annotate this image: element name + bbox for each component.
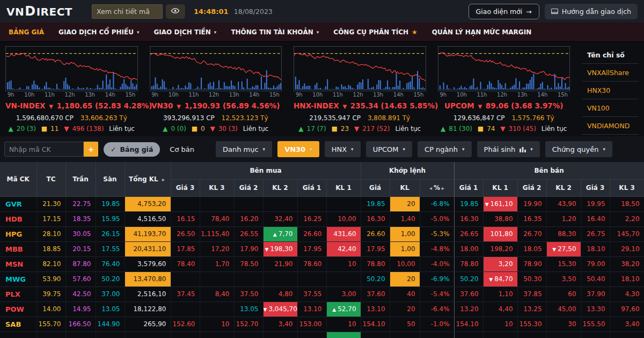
cell-symbol[interactable]: HPG xyxy=(0,226,36,241)
cell-ref-price[interactable]: 14.00 xyxy=(36,302,65,317)
cell-sell-price-2[interactable]: 26.70 xyxy=(517,226,546,241)
cell-sell-price-2[interactable]: 13.25 xyxy=(517,302,546,317)
cell-buy-price-3[interactable] xyxy=(171,302,200,317)
cell-sell-price-1[interactable]: 18.00 xyxy=(454,241,483,256)
index-chart-hnx-index[interactable]: 9h10h11h12h13h14h15h HNX-INDEX ▼ 235.34 … xyxy=(294,46,426,136)
cell-sell-price-1[interactable]: 16.30 xyxy=(454,211,483,226)
index-chart-vn-index[interactable]: 9h10h11h12h13h14h15h VN-INDEX ▼ 1,180.65… xyxy=(5,46,138,136)
cell-matched-price[interactable]: 37.60 xyxy=(361,286,390,302)
cell-sell-price-1[interactable]: 78.80 xyxy=(454,256,483,271)
cell-ref-price[interactable]: 155.70 xyxy=(36,317,65,332)
cell-ceiling-price[interactable]: 20.15 xyxy=(65,241,96,256)
cell-symbol[interactable]: POW xyxy=(0,302,36,317)
cell-floor-price[interactable]: 144.90 xyxy=(96,317,125,332)
nav-item-giao-dich-co-phieu[interactable]: GIAO DỊCH CỔ PHIẾU▾ xyxy=(58,28,139,36)
cell-matched-price[interactable]: 19.85 xyxy=(361,196,390,211)
trading-guide-button[interactable]: Hướng dẫn giao dịch xyxy=(545,4,638,19)
board-view-toggle[interactable]: ✓ Bảng giá xyxy=(104,142,160,157)
cell-sell-price-2[interactable]: 78.90 xyxy=(517,256,546,271)
cell-symbol[interactable]: SAB xyxy=(0,317,36,332)
sidebar-index-hnx30[interactable]: HNX30 xyxy=(582,82,639,99)
cell-sell-price-3[interactable]: 37.90 xyxy=(581,286,610,302)
cell-sell-price-3[interactable]: 26.75 xyxy=(581,226,610,241)
cell-sell-price-3[interactable]: 18.10 xyxy=(581,241,610,256)
cell-ceiling-price[interactable]: 18.35 xyxy=(65,211,96,226)
cell-buy-price-1[interactable]: 153.00 xyxy=(297,317,326,332)
cell-symbol[interactable]: MBB xyxy=(0,241,36,256)
cell-sell-price-1[interactable]: 19.85 xyxy=(454,196,483,211)
cell-sell-price-2[interactable]: 37.85 xyxy=(517,286,546,302)
cell-ceiling-price[interactable]: 87.80 xyxy=(65,256,96,271)
cell-buy-price-3[interactable]: 78.40 xyxy=(171,256,200,271)
cell-ref-price[interactable]: 53.90 xyxy=(36,271,65,286)
cell-buy-price-1[interactable] xyxy=(297,196,326,211)
cell-buy-price-1[interactable]: 16.25 xyxy=(297,211,326,226)
cell-sell-price-2[interactable]: 16.35 xyxy=(517,211,546,226)
tab-phai-sinh[interactable]: Phái sinh▾ xyxy=(477,141,540,157)
cell-sell-price-1[interactable]: 26.65 xyxy=(454,226,483,241)
cell-buy-price-2[interactable]: 78.50 xyxy=(234,256,263,271)
cell-matched-price[interactable]: 50.20 xyxy=(361,271,390,286)
index-chart-upcom[interactable]: 9h10h11h12h13h14h15h UPCOM ▼ 89.06 (3.68… xyxy=(438,46,570,136)
cell-floor-price[interactable]: 13.05 xyxy=(96,302,125,317)
cell-buy-price-1[interactable]: 26.60 xyxy=(297,226,326,241)
cell-floor-price[interactable]: 17.55 xyxy=(96,241,125,256)
symbol-detail-input[interactable] xyxy=(92,4,163,19)
cell-sell-price-2[interactable]: 19.90 xyxy=(517,196,546,211)
cell-buy-price-1[interactable] xyxy=(297,271,326,286)
cell-matched-price[interactable]: 13.10 xyxy=(361,302,390,317)
cell-symbol[interactable]: GVR xyxy=(0,196,36,211)
cell-symbol[interactable]: MWG xyxy=(0,271,36,286)
cell-sell-price-1[interactable]: 154.10 xyxy=(454,317,483,332)
sidebar-index-vn100[interactable]: VN100 xyxy=(582,99,639,117)
cell-buy-price-2[interactable] xyxy=(234,271,263,286)
cell-ref-price[interactable]: 39.75 xyxy=(36,286,65,302)
vndirect-logo[interactable]: VNDIRECT xyxy=(6,4,72,19)
tab-vn30[interactable]: VN30▾ xyxy=(277,141,319,157)
nav-item-quan-ly-han-muc-margin[interactable]: QUẢN LÝ HẠN MỨC MARGIN xyxy=(432,28,531,36)
tab-upcom[interactable]: UPCOM▾ xyxy=(366,141,412,157)
cell-buy-price-2[interactable]: 13.05 xyxy=(234,302,263,317)
next-column-icon[interactable]: ▸ xyxy=(442,185,444,191)
cell-sell-price-3[interactable]: 50.40 xyxy=(581,271,610,286)
cell-buy-price-3[interactable]: 152.60 xyxy=(171,317,200,332)
cell-matched-price[interactable]: 16.30 xyxy=(361,211,390,226)
cell-floor-price[interactable]: 15.95 xyxy=(96,211,125,226)
cell-ceiling-price[interactable]: 14.95 xyxy=(65,302,96,317)
prev-column-icon[interactable]: ◂ xyxy=(429,185,432,191)
eye-toggle-button[interactable] xyxy=(166,4,185,19)
cell-sell-price-2[interactable]: 155.30 xyxy=(517,317,546,332)
cell-sell-price-1[interactable]: 37.60 xyxy=(454,286,483,302)
tab-chung-quyen[interactable]: Chứng quyền▾ xyxy=(545,141,612,157)
cell-matched-price[interactable]: 154.10 xyxy=(361,317,390,332)
cell-buy-price-2[interactable]: 26.55 xyxy=(234,226,263,241)
cell-buy-price-1[interactable]: 13.10 xyxy=(297,302,326,317)
expand-columns-icon[interactable]: ▸ xyxy=(162,177,165,182)
add-ticker-button[interactable]: + xyxy=(84,142,98,157)
cell-buy-price-2[interactable]: 152.70 xyxy=(234,317,263,332)
tab-hnx[interactable]: HNX▾ xyxy=(325,141,361,157)
cell-symbol[interactable]: MSN xyxy=(0,256,36,271)
cell-ceiling-price[interactable]: 42.50 xyxy=(65,286,96,302)
cell-ref-price[interactable]: 18.85 xyxy=(36,241,65,256)
cell-ref-price[interactable]: 17.15 xyxy=(36,211,65,226)
cell-buy-price-2[interactable]: 16.20 xyxy=(234,211,263,226)
cell-floor-price[interactable]: 76.40 xyxy=(96,256,125,271)
cell-ceiling-price[interactable]: 57.60 xyxy=(65,271,96,286)
index-chart-vn30[interactable]: 9h10h11h12h13h14h15h VN30 ▼ 1,190.93 (56… xyxy=(150,46,282,136)
nav-item-cong-cu-phan-tich[interactable]: CÔNG CỤ PHÂN TÍCH★ xyxy=(333,28,417,36)
cell-floor-price[interactable]: 37.00 xyxy=(96,286,125,302)
sidebar-index-vndiamond[interactable]: VNDIAMOND xyxy=(582,117,639,135)
cell-sell-price-2[interactable]: 18.05 xyxy=(517,241,546,256)
cell-matched-price[interactable]: 17.95 xyxy=(361,241,390,256)
cell-floor-price[interactable]: 26.15 xyxy=(96,226,125,241)
cell-symbol[interactable]: HDB xyxy=(0,211,36,226)
cell-ref-price[interactable]: 28.10 xyxy=(36,226,65,241)
cell-floor-price[interactable]: 50.20 xyxy=(96,271,125,286)
cell-floor-price[interactable]: 19.85 xyxy=(96,196,125,211)
sidebar-index-vnxallshare[interactable]: VNXAllShare xyxy=(582,64,639,82)
cell-ceiling-price[interactable]: 30.05 xyxy=(65,226,96,241)
cell-ref-price[interactable]: 82.10 xyxy=(36,256,65,271)
cell-matched-price[interactable]: 26.60 xyxy=(361,226,390,241)
cell-sell-price-1[interactable]: 50.20 xyxy=(454,271,483,286)
